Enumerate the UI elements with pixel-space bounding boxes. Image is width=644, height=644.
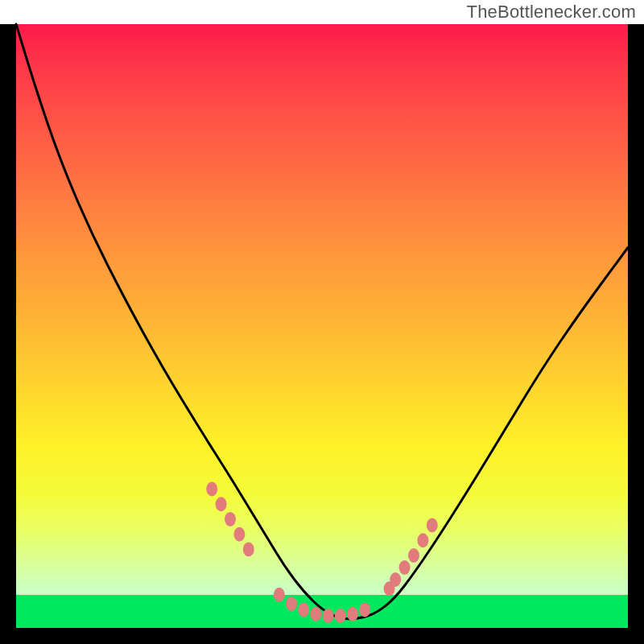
bottleneck-curve-svg bbox=[16, 24, 628, 628]
watermark-bar: TheBottlenecker.com bbox=[0, 0, 644, 24]
plot-outer-border bbox=[0, 24, 644, 644]
plot-gradient-area bbox=[16, 24, 628, 628]
marker-dot bbox=[390, 572, 401, 587]
marker-dot bbox=[323, 609, 334, 623]
marker-dot bbox=[206, 482, 217, 497]
bottleneck-curve-line bbox=[16, 24, 628, 619]
marker-dot bbox=[310, 607, 321, 621]
marker-dot bbox=[274, 588, 285, 602]
marker-dot bbox=[359, 603, 370, 617]
marker-dot bbox=[335, 609, 346, 623]
marker-dot bbox=[298, 603, 309, 617]
curve-markers bbox=[206, 482, 438, 624]
marker-dot bbox=[233, 527, 245, 542]
marker-dot bbox=[225, 512, 236, 526]
marker-dot bbox=[408, 548, 419, 563]
marker-dot bbox=[427, 518, 438, 533]
marker-dot bbox=[399, 560, 411, 575]
marker-dot bbox=[216, 497, 227, 511]
marker-dot bbox=[347, 607, 358, 621]
marker-dot bbox=[286, 597, 297, 611]
chart-frame: TheBottlenecker.com bbox=[0, 0, 644, 644]
marker-dot bbox=[417, 533, 428, 547]
marker-dot bbox=[243, 543, 254, 557]
watermark-text: TheBottlenecker.com bbox=[467, 2, 636, 23]
